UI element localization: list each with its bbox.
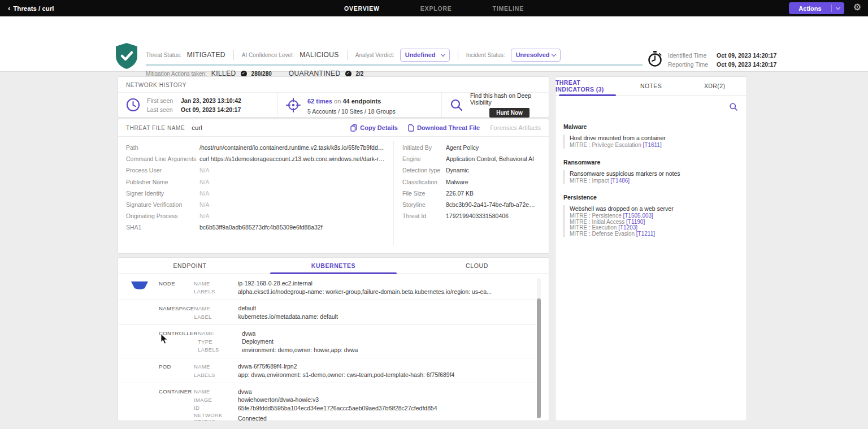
settings-gear-icon[interactable]: ⚙ — [853, 2, 861, 12]
reporting-time-value: Oct 09, 2023 14:20:17 — [717, 61, 776, 68]
actions-button-label: Actions — [789, 5, 831, 12]
crosshair-icon — [286, 98, 301, 112]
clock-icon — [126, 98, 140, 112]
mitigation-quarantined-count: 2/2 — [356, 71, 364, 77]
workload-tabs: ENDPOINT KUBERNETES CLOUD — [118, 258, 549, 274]
mitre-link[interactable]: [T1190] — [626, 219, 645, 225]
mitre-link[interactable]: [T1505.003] — [623, 213, 653, 219]
field-sha1: SHA1 bc6b53ff9a0adb685273dfc4b85309e6fd8… — [126, 222, 386, 233]
field-process-user: Process User N/A — [126, 164, 386, 176]
indicator-tabs: THREAT INDICATORS (3) NOTES XDR(2) — [555, 77, 747, 96]
chevron-down-icon — [551, 52, 555, 57]
download-threat-file-button[interactable]: Download Threat File — [408, 124, 480, 132]
section-pod: POD NAMEdvwa-6f75f689f4-lrpn2 LABELSapp:… — [118, 358, 536, 383]
threat-header: Threat Status: MITIGATED AI Confidence L… — [0, 16, 868, 72]
seen-times-block: First seen Jan 23, 2023 13:10:42 Last se… — [118, 93, 277, 117]
field-initiated-by: Initiated By Agent Policy — [402, 142, 538, 153]
endpoints-count: 44 endpoints — [342, 98, 381, 105]
indicator-group-malware: Malware Host drive mounted from a contai… — [563, 123, 739, 149]
top-navigation-bar: ‹ Threats / curl OVERVIEW EXPLORE TIMELI… — [0, 0, 868, 16]
divider — [458, 50, 458, 60]
indicator-item: Ransomware suspicious markers or notes M… — [563, 170, 739, 184]
field-engine: Engine Application Control, Behavioral A… — [402, 153, 538, 164]
copy-icon — [350, 124, 357, 132]
field-path: Path /host/run/containerd/io.containerd.… — [126, 142, 386, 153]
endpoints-block: 62 times on 44 endpoints 5 Accounts / 10… — [277, 93, 441, 117]
actions-button[interactable]: Actions — [789, 2, 844, 14]
search-icon[interactable] — [730, 103, 737, 111]
chevron-down-icon — [836, 5, 840, 10]
threat-file-title: THREAT FILE NAME — [126, 125, 185, 131]
kubernetes-details: NODE NAMEip-192-168-0-28.ec2.internal LA… — [118, 275, 536, 421]
mitigated-shield-icon — [115, 42, 138, 70]
field-command-line: Command Line Arguments curl https://s1de… — [126, 153, 386, 164]
section-container: CONTAINER NAMEdvwa IMAGEhowiehowerton/dv… — [118, 383, 536, 421]
indicator-group-persistence: Persistence Webshell was dropped on a we… — [563, 194, 739, 237]
scrollbar-thumb[interactable] — [537, 298, 541, 418]
mitre-link[interactable]: [T1203] — [618, 224, 637, 231]
field-storyline: Storyline 8cbc3b90-2a41-74be-fafb-a72e0f… — [402, 199, 538, 210]
ai-confidence-value: MALICIOUS — [300, 51, 339, 59]
tab-explore[interactable]: EXPLORE — [420, 5, 452, 12]
tab-overview[interactable]: OVERVIEW — [344, 5, 380, 12]
deep-visibility-block: Find this hash on Deep Visibility Hunt N… — [441, 93, 549, 117]
divider — [233, 50, 234, 60]
chevron-down-icon — [440, 52, 445, 57]
tab-endpoint[interactable]: ENDPOINT — [118, 258, 262, 273]
incident-status-value: Unresolved — [516, 51, 550, 58]
mitre-link[interactable]: [T1611] — [643, 142, 662, 148]
section-node: NODE NAMEip-192-168-0-28.ec2.internal LA… — [118, 275, 536, 300]
field-detection-type: Detection type Dynamic — [402, 164, 538, 176]
mitre-link[interactable]: [T1486] — [610, 177, 630, 184]
deep-visibility-hint: Find this hash on Deep Visibility — [470, 92, 549, 106]
indicator-item: Webshell was dropped on a web server MIT… — [563, 205, 739, 237]
field-file-size: File Size 226.07 KB — [402, 188, 538, 199]
header-teal-divider — [146, 64, 643, 66]
scope-summary: 5 Accounts / 10 Sites / 18 Groups — [307, 108, 396, 115]
check-circle-icon: ✓ — [345, 71, 351, 77]
tab-threat-indicators[interactable]: THREAT INDICATORS (3) — [555, 77, 619, 95]
ai-confidence-label: AI Confidence Level: — [242, 52, 294, 58]
times-on-label: on — [334, 98, 341, 105]
analyst-verdict-dropdown[interactable]: Undefined — [400, 49, 450, 62]
indicator-groups: Malware Host drive mounted from a contai… — [563, 123, 739, 247]
threat-file-name: curl — [192, 124, 202, 131]
stopwatch-icon — [648, 50, 662, 67]
analyst-verdict-value: Undefined — [405, 51, 436, 58]
section-controller: CONTROLLER NAMEdvwa TYPEDeployment LABEL… — [118, 325, 536, 358]
copy-details-button[interactable]: Copy Details — [350, 124, 398, 132]
last-seen-label: Last seen — [147, 106, 176, 113]
hunt-now-button[interactable]: Hunt Now — [489, 108, 530, 118]
threat-indicators-panel: THREAT INDICATORS (3) NOTES XDR(2) Malwa… — [555, 76, 747, 421]
identified-times-block: Identified Time Oct 09, 2023 14:20:17 Re… — [648, 50, 776, 68]
times-seen-link[interactable]: 62 times — [307, 98, 332, 105]
tab-xdr[interactable]: XDR(2) — [683, 77, 747, 95]
first-seen-label: First seen — [147, 97, 176, 104]
tab-timeline[interactable]: TIMELINE — [493, 5, 524, 12]
identified-time-value: Oct 09, 2023 14:20:17 — [717, 52, 776, 59]
mitre-link[interactable]: [T1211] — [636, 231, 655, 237]
threat-status-value: MITIGATED — [187, 51, 225, 59]
field-threat-id: Threat Id 1792199403331580406 — [402, 210, 538, 222]
tab-cloud[interactable]: CLOUD — [405, 258, 549, 273]
file-details-left-column: Path /host/run/containerd/io.containerd.… — [126, 142, 386, 233]
network-history-card: NETWORK HISTORY First seen Jan 23, 2023 … — [118, 76, 549, 118]
tab-notes[interactable]: NOTES — [619, 77, 683, 95]
field-publisher-name: Publisher Name N/A — [126, 176, 386, 188]
copy-details-label: Copy Details — [360, 124, 398, 131]
forensics-artifacts-button[interactable]: Forensics Artifacts — [490, 124, 541, 131]
last-seen-value: Oct 09, 2023 14:20:17 — [181, 106, 241, 113]
network-history-title: NETWORK HISTORY — [126, 82, 186, 88]
main-tabs: OVERVIEW EXPLORE TIMELINE — [0, 0, 868, 16]
threat-status-label: Threat Status: — [146, 52, 181, 58]
actions-caret[interactable] — [832, 7, 844, 9]
analyst-verdict-label: Analyst Verdict: — [355, 52, 394, 58]
indicator-group-ransomware: Ransomware Ransomware suspicious markers… — [563, 159, 739, 184]
section-namespace: NAMESPACE NAMEdefault LABELkubernetes.io… — [118, 300, 536, 325]
threat-file-card: THREAT FILE NAME curl Copy Details — [118, 119, 549, 254]
field-signature-verification: Signature Verification N/A — [126, 199, 386, 210]
field-classification: Classification Malware — [402, 176, 538, 188]
incident-status-dropdown[interactable]: Unresolved — [511, 49, 561, 62]
check-circle-icon: ✓ — [241, 71, 247, 77]
tab-kubernetes[interactable]: KUBERNETES — [262, 258, 405, 273]
